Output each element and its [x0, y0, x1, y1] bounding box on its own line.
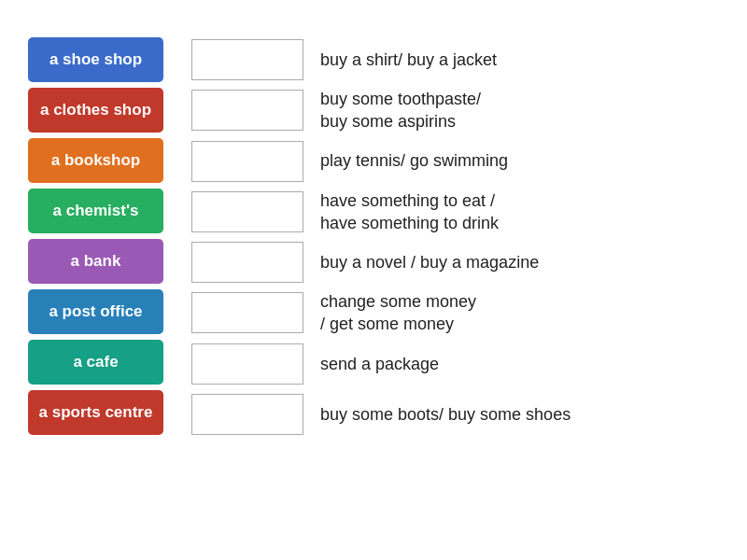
- match-input-match-8[interactable]: [191, 394, 303, 435]
- match-input-match-2[interactable]: [191, 90, 303, 131]
- match-row-match-1: buy a shirt/ buy a jacket: [191, 37, 728, 82]
- match-input-match-5[interactable]: [191, 242, 303, 283]
- match-row-match-6: change some money / get some money: [191, 290, 728, 336]
- shop-btn-post-office[interactable]: a post office: [28, 289, 163, 334]
- shop-btn-chemists[interactable]: a chemist's: [28, 189, 163, 233]
- match-row-match-8: buy some boots/ buy some shoes: [191, 392, 728, 437]
- match-input-match-1[interactable]: [191, 39, 303, 80]
- shop-btn-clothes-shop[interactable]: a clothes shop: [28, 88, 163, 133]
- match-text-match-7: send a package: [320, 353, 439, 375]
- match-text-match-1: buy a shirt/ buy a jacket: [320, 49, 497, 71]
- match-text-match-4: have something to eat / have something t…: [320, 189, 499, 235]
- matches-column: buy a shirt/ buy a jacketbuy some toothp…: [191, 37, 728, 437]
- match-text-match-6: change some money / get some money: [320, 290, 476, 336]
- match-row-match-5: buy a novel / buy a magazine: [191, 240, 728, 285]
- match-text-match-2: buy some toothpaste/ buy some aspirins: [320, 88, 481, 133]
- match-input-match-7[interactable]: [191, 343, 303, 385]
- shop-btn-bookshop[interactable]: a bookshop: [28, 138, 163, 183]
- shop-btn-sports-centre[interactable]: a sports centre: [28, 390, 163, 435]
- match-text-match-8: buy some boots/ buy some shoes: [320, 403, 571, 426]
- shops-column: a shoe shopa clothes shopa bookshopa che…: [28, 37, 163, 435]
- match-row-match-4: have something to eat / have something t…: [191, 189, 728, 235]
- match-text-match-3: play tennis/ go swimming: [320, 149, 508, 172]
- shop-btn-shoe-shop[interactable]: a shoe shop: [28, 37, 163, 82]
- match-text-match-5: buy a novel / buy a magazine: [320, 251, 539, 273]
- match-row-match-7: send a package: [191, 342, 728, 386]
- match-row-match-2: buy some toothpaste/ buy some aspirins: [191, 88, 728, 133]
- shop-btn-bank[interactable]: a bank: [28, 239, 163, 284]
- match-input-match-6[interactable]: [191, 292, 303, 333]
- shop-btn-cafe[interactable]: a cafe: [28, 340, 163, 385]
- match-row-match-3: play tennis/ go swimming: [191, 139, 728, 184]
- match-input-match-4[interactable]: [191, 191, 303, 232]
- match-input-match-3[interactable]: [191, 141, 303, 182]
- main-container: a shoe shopa clothes shopa bookshopa che…: [0, 0, 747, 455]
